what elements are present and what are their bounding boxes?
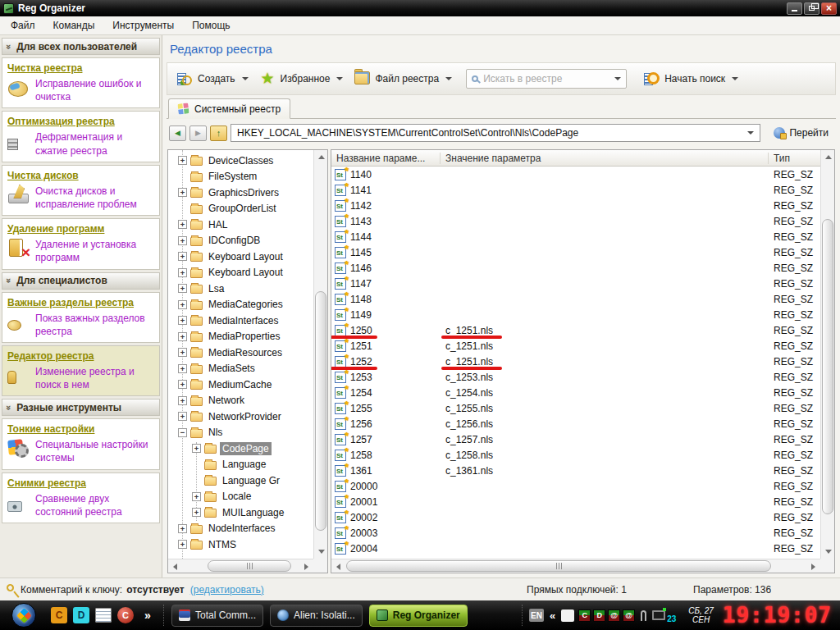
tree-expander-icon[interactable]: + <box>178 268 187 277</box>
tree-expander-icon[interactable]: + <box>178 252 187 261</box>
tree-item[interactable]: − Nls <box>168 425 313 441</box>
tree-expander-icon[interactable]: + <box>192 444 201 453</box>
value-name-cell[interactable]: 1146 <box>331 262 441 274</box>
tree-item-label[interactable]: NTMS <box>206 538 239 551</box>
dropdown-caret-icon[interactable] <box>336 77 343 84</box>
sidebar-card-title[interactable]: Удаление программ <box>7 223 154 235</box>
column-header-type[interactable]: Тип <box>769 153 820 164</box>
table-row[interactable]: 1141 REG_SZ <box>331 182 820 198</box>
value-name-cell[interactable]: 1258 <box>331 450 441 461</box>
close-button[interactable]: × <box>821 2 837 15</box>
tree-item[interactable]: + Lsa <box>168 281 313 297</box>
table-row[interactable]: 1255 c_1255.nls REG_SZ <box>331 400 820 416</box>
sidebar-card[interactable]: Важные разделы реестра Показ важных разд… <box>2 292 160 343</box>
tree-item-label[interactable]: MediaInterfaces <box>206 314 281 327</box>
sidebar-card-title[interactable]: Редактор реестра <box>7 350 154 362</box>
tree-item[interactable]: + MediaProperties <box>168 329 313 345</box>
value-name-cell[interactable]: 20004 <box>331 543 441 555</box>
table-row[interactable]: 1149 REG_SZ <box>331 307 820 322</box>
table-row[interactable]: 1258 c_1258.nls REG_SZ <box>331 447 820 463</box>
tree-item-label[interactable]: MediaResources <box>206 346 285 359</box>
value-name-cell[interactable]: 1250 <box>331 325 441 336</box>
tree-item[interactable]: FileSystem <box>168 169 313 185</box>
value-name-cell[interactable]: 1144 <box>331 231 441 243</box>
tree-expander-icon[interactable]: + <box>178 380 187 389</box>
tree-item-label[interactable]: Language Gr <box>220 474 282 487</box>
table-row[interactable]: 1140 REG_SZ <box>331 167 820 182</box>
quick-launch-icon[interactable]: » <box>139 607 156 623</box>
tree-item-label[interactable]: DeviceClasses <box>206 154 276 167</box>
value-name-cell[interactable]: 1142 <box>331 200 441 212</box>
scroll-up-arrow[interactable] <box>821 150 835 163</box>
tree-item-label[interactable]: FileSystem <box>206 170 259 183</box>
value-name-cell[interactable]: 20000 <box>331 481 441 492</box>
sidebar-card-title[interactable]: Чистка реестра <box>7 62 154 74</box>
value-name-cell[interactable]: 1148 <box>331 294 441 305</box>
task-button[interactable]: Reg Organizer <box>369 605 468 627</box>
tab-system-registry[interactable]: Системный реестр <box>168 98 290 119</box>
tree-expander-icon[interactable]: + <box>178 396 187 405</box>
sidebar-card-title[interactable]: Важные разделы реестра <box>7 297 154 308</box>
tree-item[interactable]: + NetworkProvider <box>168 409 313 425</box>
value-name-cell[interactable]: 20001 <box>331 496 441 508</box>
menu-item[interactable]: Файл <box>2 17 44 34</box>
value-name-cell[interactable]: 1141 <box>331 185 441 196</box>
tree-item-label[interactable]: CodePage <box>220 442 272 455</box>
tree-item[interactable]: + MediumCache <box>168 377 313 393</box>
column-header-value[interactable]: Значение параметра <box>441 153 769 164</box>
table-row[interactable]: 20004 REG_SZ <box>331 541 820 556</box>
tree-expander-icon[interactable]: + <box>178 412 187 421</box>
tray-icon[interactable]: @ <box>608 609 620 622</box>
quick-launch-icon[interactable]: D <box>73 607 89 623</box>
tree-item-label[interactable]: Keyboard Layout <box>206 250 285 263</box>
sidebar-card[interactable]: Удаление программ Удаление и установка п… <box>2 218 160 269</box>
tree-item[interactable]: Language <box>168 457 313 473</box>
tree-item-label[interactable]: MediumCache <box>206 378 274 391</box>
table-row[interactable]: 20003 REG_SZ <box>331 525 820 541</box>
tree-expander-icon[interactable]: + <box>192 508 201 517</box>
value-name-cell[interactable]: 1252 <box>331 356 441 368</box>
tree-item[interactable]: + MediaCategories <box>168 297 313 313</box>
table-row[interactable]: 1144 REG_SZ <box>331 229 820 244</box>
paperclip-icon[interactable] <box>641 610 646 621</box>
value-name-cell[interactable]: 1145 <box>331 247 441 258</box>
value-data-cell[interactable]: c_1257.nls <box>441 434 769 445</box>
table-row[interactable]: 1148 REG_SZ <box>331 291 820 307</box>
table-vertical-scrollbar[interactable] <box>820 150 834 559</box>
sidebar-card[interactable]: Снимки реестра Сравнение двух состояний … <box>2 472 160 523</box>
tree-horizontal-scrollbar[interactable] <box>168 559 313 573</box>
forward-button[interactable]: ▶ <box>189 126 207 141</box>
value-data-cell[interactable]: c_1251.nls <box>441 340 769 352</box>
tree-item[interactable]: + HAL <box>168 217 313 233</box>
tree-item-label[interactable]: Network <box>206 394 247 407</box>
scroll-right-arrow[interactable] <box>300 559 313 573</box>
tree-item[interactable]: + NTMS <box>168 536 313 553</box>
value-name-cell[interactable]: 1257 <box>331 434 441 445</box>
tree-item[interactable]: + NodeInterfaces <box>168 521 313 537</box>
table-row[interactable]: 1256 c_1256.nls REG_SZ <box>331 416 820 431</box>
tree-item-label[interactable]: GraphicsDrivers <box>206 186 281 199</box>
table-hscroll-thumb[interactable] <box>346 560 771 572</box>
table-vscroll-thumb[interactable] <box>822 219 833 514</box>
sidebar-card[interactable]: Тонкие настройки Специальные настройки с… <box>2 418 160 469</box>
tree-item-label[interactable]: IDConfigDB <box>206 234 262 247</box>
value-data-cell[interactable]: c_1251.nls <box>441 356 769 368</box>
search-input[interactable]: Искать в реестре <box>466 69 627 89</box>
table-horizontal-scrollbar[interactable] <box>331 559 820 573</box>
table-row[interactable]: 1252 c_1251.nls REG_SZ <box>331 354 820 369</box>
tree-item[interactable]: Language Gr <box>168 472 313 489</box>
scroll-right-arrow[interactable] <box>807 559 820 573</box>
table-row[interactable]: 20002 REG_SZ <box>331 509 820 525</box>
sidebar-card[interactable]: Чистка реестра Исправление ошибок и очис… <box>2 57 160 108</box>
tree-expander-icon[interactable]: − <box>178 428 187 437</box>
dropdown-caret-icon[interactable] <box>242 77 249 84</box>
tray-icon-blank[interactable] <box>561 609 574 622</box>
scroll-down-arrow[interactable] <box>821 546 835 559</box>
value-data-cell[interactable]: c_1256.nls <box>441 418 769 430</box>
tree-expander-icon[interactable]: + <box>178 332 187 341</box>
tree-item-label[interactable]: NodeInterfaces <box>206 522 277 535</box>
tree-item-label[interactable]: HAL <box>206 218 230 231</box>
table-row[interactable]: 1257 c_1257.nls REG_SZ <box>331 431 820 447</box>
table-row[interactable]: 1142 REG_SZ <box>331 198 820 213</box>
table-row[interactable]: 1146 REG_SZ <box>331 260 820 276</box>
